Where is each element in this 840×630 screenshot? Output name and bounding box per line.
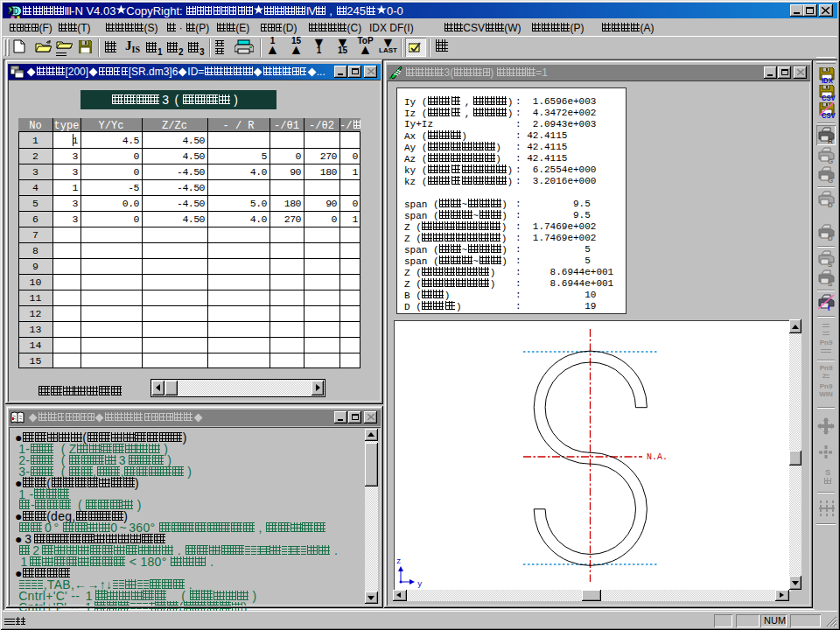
svg-text:D: D: [828, 234, 833, 242]
svg-text:S: S: [828, 280, 833, 287]
svg-text:G: G: [828, 158, 833, 164]
svg-text:R: R: [828, 137, 833, 144]
svg-text:D: D: [828, 201, 833, 208]
svg-text:CSV: CSV: [822, 93, 836, 102]
svg-text:G: G: [828, 177, 833, 184]
svg-text:IDX: IDX: [822, 75, 833, 84]
svg-text:z: z: [396, 557, 401, 566]
svg-text:I: I: [828, 304, 830, 312]
svg-text:N.A.: N.A.: [647, 452, 668, 462]
svg-text:S: S: [828, 261, 833, 268]
svg-text:y: y: [417, 580, 423, 589]
